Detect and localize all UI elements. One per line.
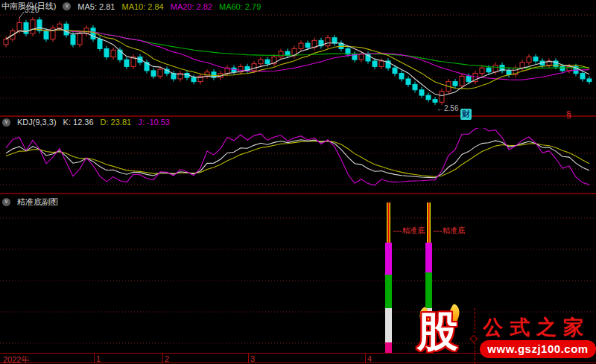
candle-down	[560, 66, 565, 71]
panel-separator	[0, 193, 596, 194]
candle-down	[191, 77, 196, 82]
collapse-kdj-icon[interactable]: ∨	[2, 118, 10, 127]
candle-down	[44, 31, 48, 39]
collapse-signal-icon[interactable]: ∨	[2, 198, 10, 206]
candle-down	[413, 84, 417, 89]
candle-down	[433, 100, 437, 103]
kdj-d-value: D: 23.81	[101, 118, 132, 127]
candle-up	[17, 22, 22, 31]
candle-down	[332, 38, 337, 43]
candle-up	[205, 72, 209, 77]
signal-panel-title: 精准底副图	[17, 197, 58, 208]
collapse-main-icon[interactable]: ∨	[63, 2, 71, 10]
signal-dash-connector	[393, 231, 402, 232]
signal-flag-label: 精准底	[393, 226, 425, 236]
ma20-value: MA20: 2.82	[171, 2, 212, 11]
candle-up	[359, 54, 364, 60]
cai-stock-badge[interactable]: 财	[460, 109, 472, 120]
candle-down	[466, 76, 471, 81]
high-price-label: 3.20	[25, 6, 39, 14]
signal-label-text: 精准底	[443, 226, 465, 236]
candle-up	[31, 20, 35, 33]
signal-bar-green	[425, 272, 432, 308]
signal-bar-magenta	[425, 243, 432, 272]
axis-month-label: 1	[96, 354, 101, 363]
candle-down	[98, 39, 102, 49]
candle-down	[151, 71, 156, 76]
candle-up	[158, 69, 162, 76]
candle-down	[453, 82, 457, 86]
watermark-brand: 公式之家	[483, 314, 590, 341]
axis-month-label: 3	[250, 354, 255, 363]
watermark-url: www.gszj100.com	[480, 340, 596, 358]
candle-down	[124, 60, 129, 66]
signal-stem-core	[428, 202, 430, 243]
watermark: 股 ◇ 公式之家 www.gszj100.com	[416, 305, 596, 364]
candle-up	[77, 33, 82, 45]
candle-up	[57, 24, 62, 28]
diamond-icon: ◇	[469, 333, 478, 343]
signal-dash-connector	[434, 231, 442, 232]
candle-up	[379, 61, 384, 66]
kdj-k-value: K: 12.36	[63, 118, 94, 127]
candle-down	[91, 28, 95, 39]
candle-down	[507, 71, 511, 75]
candles-layer	[4, 17, 592, 105]
candle-down	[305, 43, 310, 48]
kdj-k-line	[6, 140, 589, 178]
candle-up	[460, 76, 464, 86]
signal-panel-header: ∨ 精准底副图	[2, 197, 58, 208]
low-price-label: ←2.56	[437, 104, 458, 112]
signal-bar-white	[385, 308, 392, 342]
kdj-title: KDJ(9,3,3)	[17, 118, 57, 127]
kdj-header: ∨ KDJ(9,3,3) K: 12.36 D: 23.81 J: -10.53	[2, 118, 170, 127]
candle-down	[265, 60, 270, 64]
candle-down	[406, 79, 410, 84]
main-chart-header: 中南股份(日线) ∨ MA5: 2.81 MA10: 2.84 MA20: 2.…	[1, 1, 261, 12]
candle-down	[71, 35, 75, 45]
candle-up	[4, 39, 8, 45]
candle-down	[533, 57, 538, 61]
candle-up	[299, 43, 303, 48]
ma10-value: MA10: 2.84	[121, 2, 163, 11]
candle-up	[567, 66, 571, 71]
high-marker-line	[19, 12, 24, 18]
candle-up	[527, 57, 531, 62]
candle-up	[259, 60, 263, 64]
signal-label-text: 精准底	[402, 226, 425, 236]
signal-stem-core	[388, 202, 390, 243]
candle-down	[486, 68, 491, 72]
signal-flag-label: 精准底	[434, 226, 465, 236]
candle-down	[393, 68, 397, 73]
signal-bar-magenta	[385, 243, 392, 275]
candle-down	[104, 48, 109, 57]
candle-up	[279, 51, 283, 57]
panel-separator	[0, 115, 596, 117]
candle-down	[580, 74, 585, 79]
candle-down	[419, 90, 424, 95]
kdj-d-line	[6, 141, 589, 176]
panel-edge-marker: §	[566, 109, 571, 120]
candle-up	[440, 92, 444, 103]
signal-bar-pink-tip	[385, 342, 392, 353]
axis-month-label: 4	[367, 354, 372, 363]
kdj-j-line	[6, 127, 589, 185]
candle-up	[493, 66, 498, 72]
candle-down	[399, 74, 404, 79]
axis-month-label: 2	[165, 354, 169, 363]
candle-up	[480, 68, 484, 73]
candle-down	[587, 79, 592, 82]
axis-year-label: 2022年	[3, 354, 29, 364]
candle-up	[326, 38, 330, 46]
candle-down	[118, 50, 122, 60]
watermark-logo: 股	[417, 311, 458, 352]
candle-down	[426, 95, 431, 100]
candle-down	[372, 61, 377, 66]
ma5-value: MA5: 2.81	[77, 2, 115, 11]
signal-bar-green	[385, 275, 392, 308]
candle-up	[252, 64, 256, 71]
stock-app-window: 中南股份(日线) ∨ MA5: 2.81 MA10: 2.84 MA20: 2.…	[0, 0, 596, 364]
candle-up	[520, 63, 524, 68]
kdj-j-value: J: -10.53	[138, 118, 170, 127]
candle-up	[111, 50, 115, 57]
